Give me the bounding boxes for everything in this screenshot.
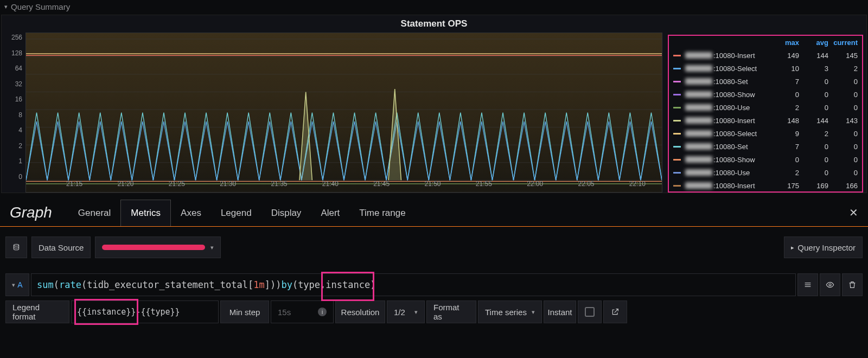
min-step-input[interactable]: 15s i — [271, 301, 334, 323]
external-link-button[interactable] — [603, 301, 627, 323]
legend-item[interactable]: 10.x.x.x:10080-Show000 — [669, 153, 862, 166]
query-options-row: Legend format {{instance}}-{{type}} Min … — [5, 301, 863, 323]
instant-checkbox[interactable] — [578, 301, 602, 323]
resolution-select[interactable]: 1/2▾ — [387, 301, 425, 323]
trash-icon — [848, 280, 857, 289]
datasource-select[interactable]: ▾ — [95, 236, 221, 258]
tab-time-range[interactable]: Time range — [349, 200, 415, 226]
tab-metrics[interactable]: Metrics — [120, 200, 171, 226]
resolution-label: Resolution — [335, 301, 385, 323]
legend-format-input[interactable]: {{instance}}-{{type}} — [71, 301, 219, 323]
query-ref-toggle[interactable]: ▾ A — [5, 273, 29, 296]
panel-editor: Graph GeneralMetricsAxesLegendDisplayAle… — [0, 199, 868, 323]
legend-item[interactable]: 10.x.x.x:10080-Use200 — [669, 166, 862, 179]
tab-axes[interactable]: Axes — [171, 200, 211, 226]
editor-title: Graph — [10, 204, 52, 221]
legend-item[interactable]: 10.x.x.x:10080-Set700 — [669, 75, 862, 88]
chevron-right-icon: ▸ — [791, 244, 794, 251]
legend-format-label: Legend format — [5, 301, 69, 323]
query-block: ▾ A sum(rate(tidb_executor_statement_tot… — [5, 273, 863, 323]
panel-title: Statement OPS — [2, 15, 866, 33]
toggle-query-button[interactable] — [797, 273, 818, 296]
datasource-row: Data Source ▾ ▸ Query Inspector — [5, 236, 863, 258]
legend-item[interactable]: 10.x.x.x:10080-Insert175169166 — [669, 179, 862, 192]
legend-format-rest: -{{type}} — [136, 307, 180, 317]
plot-canvas[interactable]: 21:1521:2021:2521:3021:3521:4021:4521:50… — [25, 33, 662, 193]
query-expression-input[interactable]: sum(rate(tidb_executor_statement_total[1… — [31, 273, 796, 296]
legend-item[interactable]: 10.x.x.x:10080-Show000 — [669, 88, 862, 101]
chevron-down-icon: ▾ — [4, 3, 8, 10]
format-as-label: Format as — [426, 301, 476, 323]
chart-area[interactable]: 25612864321684210 — [2, 33, 662, 193]
svg-point-13 — [829, 284, 831, 286]
tab-legend[interactable]: Legend — [211, 200, 261, 226]
legend-col-max[interactable]: max — [774, 39, 803, 47]
datasource-name-redacted — [102, 245, 205, 250]
instant-label: Instant — [544, 301, 576, 323]
legend-item[interactable]: 10.x.x.x:10080-Set700 — [669, 140, 862, 153]
legend-header: max avg current — [669, 36, 862, 49]
datasource-icon[interactable] — [5, 236, 27, 258]
query-inspector-button[interactable]: ▸ Query Inspector — [784, 236, 863, 258]
delete-query-button[interactable] — [842, 273, 863, 296]
min-step-placeholder: 15s — [278, 308, 291, 317]
database-icon — [12, 243, 20, 252]
query-inspector-label: Query Inspector — [797, 243, 856, 252]
caret-down-icon: ▾ — [414, 309, 418, 316]
legend-item[interactable]: 10.x.x.x:10080-Insert149144145 — [669, 49, 862, 62]
legend-item[interactable]: 10.x.x.x:10080-Insert148144143 — [669, 114, 862, 127]
legend-table[interactable]: max avg current 10.x.x.x:10080-Insert149… — [668, 35, 863, 193]
close-icon[interactable]: ✕ — [844, 203, 864, 222]
query-ref-id: A — [17, 280, 22, 289]
legend-item[interactable]: 10.x.x.x:10080-Select920 — [669, 127, 862, 140]
y-axis: 25612864321684210 — [2, 33, 25, 193]
svg-point-9 — [14, 244, 18, 246]
info-icon[interactable]: i — [318, 308, 327, 316]
chart-svg — [26, 33, 662, 192]
hamburger-icon — [803, 280, 812, 289]
datasource-label: Data Source — [31, 236, 91, 258]
section-header[interactable]: ▾ Query Summary — [0, 0, 868, 14]
legend-item[interactable]: 10.x.x.x:10080-Select1032 — [669, 62, 862, 75]
caret-down-icon: ▾ — [532, 309, 535, 316]
caret-down-icon: ▾ — [210, 244, 214, 251]
hide-query-button[interactable] — [820, 273, 840, 296]
editor-header: Graph GeneralMetricsAxesLegendDisplayAle… — [0, 199, 868, 227]
legend-item[interactable]: 10.x.x.x:10080-Use200 — [669, 101, 862, 114]
chart-panel: Statement OPS 25612864321684210 — [1, 15, 867, 193]
x-axis: 21:1521:2021:2521:3021:3521:4021:4521:50… — [50, 180, 662, 192]
format-as-select[interactable]: Time series▾ — [478, 301, 542, 323]
tab-general[interactable]: General — [68, 200, 120, 226]
legend-col-current[interactable]: current — [833, 39, 862, 47]
legend-col-avg[interactable]: avg — [803, 39, 833, 47]
min-step-label: Min step — [220, 301, 269, 323]
tab-display[interactable]: Display — [261, 200, 311, 226]
legend-format-highlight: {{instance}} — [77, 307, 136, 317]
caret-down-icon: ▾ — [12, 282, 15, 289]
eye-icon — [826, 280, 834, 289]
tab-alert[interactable]: Alert — [311, 200, 349, 226]
external-link-icon — [611, 308, 620, 316]
editor-tabs: GeneralMetricsAxesLegendDisplayAlertTime… — [68, 199, 416, 226]
section-title: Query Summary — [11, 2, 70, 11]
